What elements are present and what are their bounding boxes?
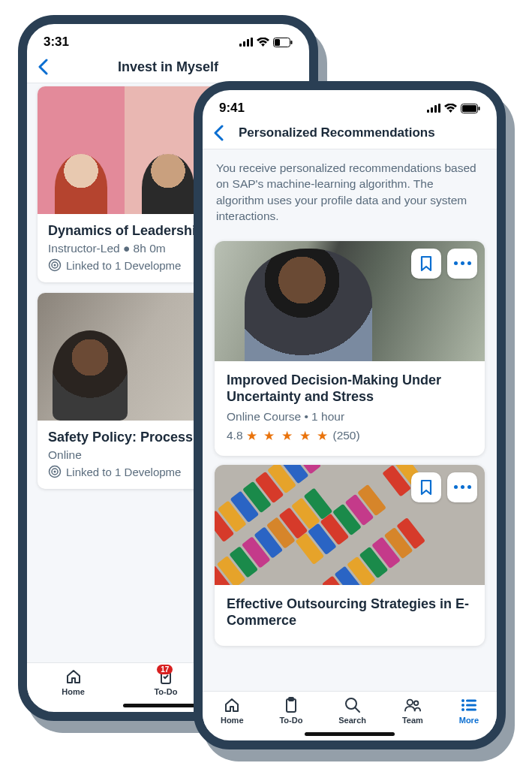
home-icon xyxy=(65,668,83,686)
target-icon xyxy=(48,465,62,478)
status-bar: 3:31 xyxy=(27,24,309,54)
bookmark-icon xyxy=(419,255,433,272)
svg-rect-35 xyxy=(466,709,476,711)
stars-icon: ★ ★ ★ ★ ★ xyxy=(246,428,330,444)
tab-todo[interactable]: To-Do xyxy=(279,696,302,725)
svg-point-32 xyxy=(461,704,464,707)
card-title: Effective Outsourcing Strategies in E-Co… xyxy=(227,596,473,629)
list-icon xyxy=(460,696,478,714)
status-bar: 9:41 xyxy=(203,90,497,120)
scroll-area[interactable]: You receive personalized recommendations… xyxy=(203,149,497,691)
dots-icon xyxy=(454,261,471,265)
card-meta: Online Course • 1 hour xyxy=(227,410,473,424)
page-title: Personalized Recommendations xyxy=(239,125,486,140)
svg-rect-17 xyxy=(427,110,429,113)
svg-point-30 xyxy=(461,699,464,702)
svg-point-34 xyxy=(461,708,464,711)
svg-rect-33 xyxy=(466,704,476,707)
tab-home[interactable]: Home xyxy=(62,668,85,696)
battery-icon xyxy=(461,104,480,113)
svg-line-27 xyxy=(355,707,359,712)
clipboard-icon xyxy=(282,696,300,714)
card-rating: 4.8 ★ ★ ★ ★ ★ (250) xyxy=(227,428,473,444)
bookmark-button[interactable] xyxy=(411,249,441,279)
svg-rect-22 xyxy=(462,105,476,112)
svg-rect-5 xyxy=(275,39,280,46)
svg-rect-23 xyxy=(479,107,480,110)
tab-todo[interactable]: 17 To-Do xyxy=(154,668,177,696)
page-title: Invest in Myself xyxy=(38,59,299,75)
dots-icon xyxy=(454,485,471,489)
team-icon xyxy=(404,696,422,714)
target-icon xyxy=(48,258,62,272)
battery-icon xyxy=(273,38,293,47)
card-image xyxy=(215,241,485,361)
svg-rect-1 xyxy=(243,41,245,47)
svg-rect-20 xyxy=(438,104,440,113)
tab-search[interactable]: Search xyxy=(338,696,366,725)
tab-more[interactable]: More xyxy=(459,696,479,725)
svg-point-9 xyxy=(54,264,56,267)
status-time: 3:31 xyxy=(44,35,69,50)
home-indicator[interactable] xyxy=(305,732,395,736)
recommendation-card[interactable]: Improved Decision-Making Under Uncertain… xyxy=(215,241,485,456)
nav-header: Invest in Myself xyxy=(27,54,309,83)
wifi-icon xyxy=(444,104,457,113)
home-icon xyxy=(223,696,241,714)
back-button[interactable] xyxy=(213,125,233,141)
cellular-icon xyxy=(239,38,253,47)
phone-right: 9:41 Personalized Recommendations You re… xyxy=(194,81,506,749)
svg-point-12 xyxy=(54,471,56,473)
svg-rect-0 xyxy=(239,44,242,47)
recommendation-card[interactable]: Effective Outsourcing Strategies in E-Co… xyxy=(215,465,485,646)
svg-rect-19 xyxy=(434,105,437,113)
badge: 17 xyxy=(157,665,173,674)
nav-header: Personalized Recommendations xyxy=(203,120,497,149)
bookmark-button[interactable] xyxy=(411,472,441,502)
svg-rect-31 xyxy=(466,700,476,702)
more-button[interactable] xyxy=(447,472,477,502)
intro-text: You receive personalized recommendations… xyxy=(203,149,497,232)
svg-point-29 xyxy=(414,701,419,705)
svg-rect-18 xyxy=(431,107,433,113)
tab-bar: Home To-Do Search Team More xyxy=(203,691,497,732)
status-icons xyxy=(427,104,480,113)
search-icon xyxy=(344,696,362,714)
chevron-left-icon xyxy=(213,125,224,141)
svg-rect-3 xyxy=(251,38,253,47)
wifi-icon xyxy=(257,38,269,47)
tab-home[interactable]: Home xyxy=(221,696,244,725)
tab-team[interactable]: Team xyxy=(402,696,423,725)
svg-rect-2 xyxy=(247,39,249,47)
svg-rect-6 xyxy=(291,41,293,44)
card-image xyxy=(215,465,485,585)
status-time: 9:41 xyxy=(219,101,245,116)
cellular-icon xyxy=(427,104,440,113)
bookmark-icon xyxy=(419,479,433,496)
card-title: Improved Decision-Making Under Uncertain… xyxy=(227,372,473,406)
more-button[interactable] xyxy=(447,249,477,279)
status-icons xyxy=(239,38,293,47)
svg-point-28 xyxy=(407,700,412,705)
